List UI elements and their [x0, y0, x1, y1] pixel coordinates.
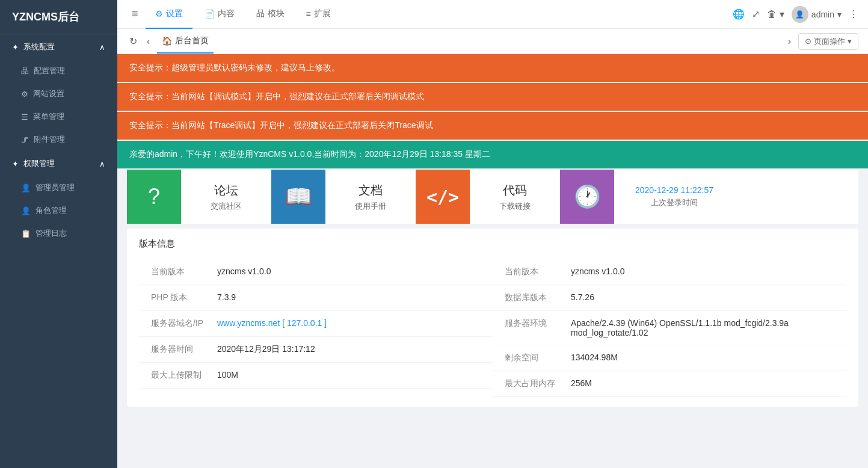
tab-modules[interactable]: 品 模块 [247, 0, 294, 29]
breadcrumb-bar: ↻ ‹ 🏠 后台首页 › ⊙ 页面操作 ▾ [117, 29, 868, 54]
version-label: 服务器域名/IP [139, 318, 217, 329]
version-value: 7.3.9 [217, 292, 236, 303]
version-value: Apache/2.4.39 (Win64) OpenSSL/1.1.1b mod… [571, 318, 846, 337]
sidebar-section-system-config[interactable]: ✦ 系统配置 ∧ [0, 34, 117, 60]
version-row: 服务器时间 2020年12月29日 13:17:12 [139, 337, 493, 363]
back-icon[interactable]: ‹ [144, 34, 152, 49]
top-nav-right: 🌐 ⤢ 🗑 ▾ 👤 admin ▾ ⋮ [733, 6, 858, 23]
quick-link-code-icon[interactable]: </> [416, 170, 470, 224]
version-label: 最大占用内存 [493, 378, 571, 389]
hamburger-icon[interactable]: ≡ [127, 5, 143, 23]
sidebar-item-label: 角色管理 [35, 205, 67, 216]
quick-link-docs-icon[interactable]: 📖 [271, 170, 325, 224]
admin-icon: 👤 [21, 183, 31, 192]
content-icon: 📄 [205, 9, 215, 19]
modules-icon: 品 [256, 8, 265, 19]
version-row: 服务器域名/IP www.yzncms.net [ 127.0.0.1 ] [139, 311, 493, 337]
settings-icon: ⚙ [155, 9, 163, 19]
version-value: 100M [217, 370, 238, 381]
version-label: PHP 版本 [139, 292, 217, 303]
version-row: 数据库版本 5.7.26 [493, 285, 846, 311]
sidebar-item-label: 菜单管理 [33, 111, 64, 122]
version-label: 服务器时间 [139, 344, 217, 355]
sidebar-item-role-mgmt[interactable]: 👤 角色管理 [0, 199, 117, 222]
user-icon: ✦ [12, 159, 19, 168]
code-label: 代码 [503, 182, 527, 199]
version-label: 服务器环境 [493, 318, 571, 337]
sidebar-section-permission[interactable]: ✦ 权限管理 ∧ [0, 151, 117, 176]
version-left-col: 当前版本 yzncms v1.0.0 PHP 版本 7.3.9 服务器域名/IP… [139, 259, 493, 397]
quick-link-code-text[interactable]: 代码 下载链接 [470, 170, 560, 224]
site-icon: ⚙ [21, 90, 28, 99]
version-row: 服务器环境 Apache/2.4.39 (Win64) OpenSSL/1.1.… [493, 311, 846, 345]
sidebar-item-config-mgmt[interactable]: 品 配置管理 [0, 60, 117, 82]
page-action-dropdown-icon: ▾ [848, 37, 852, 46]
chevron-up-icon: ∧ [99, 43, 105, 52]
breadcrumb-label: 后台首页 [175, 35, 209, 46]
refresh-icon[interactable]: ↻ [127, 33, 140, 49]
version-value: 256M [571, 378, 592, 389]
sidebar-item-admin-mgmt[interactable]: 👤 管理员管理 [0, 176, 117, 199]
main-area: ≡ ⚙ 设置 📄 内容 品 模块 ≡ 扩展 🌐 ⤢ 🗑 ▾ 👤 admin ▾ … [117, 0, 868, 468]
version-value: 2020年12月29日 13:17:12 [217, 344, 315, 355]
expand-icon[interactable]: ⤢ [752, 8, 760, 20]
delete-icon[interactable]: 🗑 ▾ [767, 8, 784, 20]
docs-label: 文档 [359, 182, 383, 199]
version-label: 当前版本 [139, 266, 217, 277]
sidebar-item-admin-log[interactable]: 📋 管理日志 [0, 222, 117, 245]
book-icon: 📖 [285, 184, 312, 209]
tab-settings-label: 设置 [166, 8, 183, 19]
sidebar-item-label: 网站设置 [33, 88, 64, 99]
breadcrumb-bar-right: › ⊙ 页面操作 ▾ [786, 33, 858, 50]
globe-icon[interactable]: 🌐 [733, 8, 745, 20]
sidebar-item-label: 管理员管理 [35, 182, 75, 193]
sidebar-item-menu-mgmt[interactable]: ☰ 菜单管理 [0, 105, 117, 128]
tab-modules-label: 模块 [268, 8, 285, 19]
version-label: 最大上传限制 [139, 370, 217, 381]
last-login-box: 2020-12-29 11:22:57 上次登录时间 [614, 170, 734, 224]
quick-link-forum-icon[interactable]: ? [127, 170, 181, 224]
quick-link-forum-text[interactable]: 论坛 交流社区 [181, 170, 271, 224]
clock-icon: 🕐 [574, 184, 601, 209]
content-area: 安全提示：超级管理员默认密码未修改，建议马上修改。 安全提示：当前网站【调试模式… [117, 54, 868, 468]
code-sublabel: 下载链接 [499, 201, 531, 212]
alert-banner-1: 安全提示：超级管理员默认密码未修改，建议马上修改。 [117, 54, 868, 82]
page-action-label: 页面操作 [814, 36, 845, 47]
sidebar-item-label: 附件管理 [34, 134, 65, 145]
sidebar: YZNCMS后台 ✦ 系统配置 ∧ 品 配置管理 ⚙ 网站设置 ☰ 菜单管理 🖇… [0, 0, 117, 468]
top-nav: ≡ ⚙ 设置 📄 内容 品 模块 ≡ 扩展 🌐 ⤢ 🗑 ▾ 👤 admin ▾ … [117, 0, 868, 29]
sidebar-section-label-system: 系统配置 [23, 42, 55, 52]
admin-button[interactable]: 👤 admin ▾ [792, 6, 842, 23]
version-value: yzncms v1.0.0 [571, 266, 624, 277]
version-row: 最大占用内存 256M [493, 371, 846, 397]
sidebar-item-site-settings[interactable]: ⚙ 网站设置 [0, 82, 117, 105]
page-action-button[interactable]: ⊙ 页面操作 ▾ [798, 33, 858, 50]
version-row: 当前版本 yzncms v1.0.0 [493, 259, 846, 285]
role-icon: 👤 [21, 206, 31, 215]
tab-settings[interactable]: ⚙ 设置 [146, 0, 192, 29]
welcome-banner: 亲爱的admin，下午好！欢迎使用YznCMS v1.0.0,当前时间为：202… [117, 141, 868, 168]
sidebar-item-label: 配置管理 [34, 66, 65, 76]
version-section-title: 版本信息 [139, 238, 846, 250]
docs-sublabel: 使用手册 [355, 201, 386, 212]
quick-link-clock-icon: 🕐 [560, 170, 614, 224]
sidebar-section-label-permission: 权限管理 [23, 158, 55, 169]
forward-icon[interactable]: › [786, 34, 793, 49]
alert-banner-3: 安全提示：当前网站【Trace调试】开启中，强烈建议在正式部署后关闭Trace调… [117, 112, 868, 140]
chevron-up-icon-2: ∧ [99, 159, 105, 168]
home-icon: 🏠 [162, 36, 172, 46]
extensions-icon: ≡ [306, 9, 311, 19]
dropdown-arrow-icon: ▾ [837, 10, 842, 19]
page-action-icon: ⊙ [805, 37, 811, 46]
more-icon[interactable]: ⋮ [849, 8, 858, 20]
tab-extensions[interactable]: ≡ 扩展 [297, 0, 340, 29]
sidebar-item-attach-mgmt[interactable]: 🖇 附件管理 [0, 128, 117, 151]
forum-sublabel: 交流社区 [211, 201, 242, 212]
version-label: 剩余空间 [493, 353, 571, 363]
version-row: PHP 版本 7.3.9 [139, 285, 493, 311]
tab-content[interactable]: 📄 内容 [195, 0, 244, 29]
quick-link-docs-text[interactable]: 文档 使用手册 [325, 170, 416, 224]
version-value-link[interactable]: www.yzncms.net [ 127.0.0.1 ] [217, 318, 327, 329]
avatar: 👤 [792, 6, 808, 23]
quick-links-wrapper: ? 论坛 交流社区 📖 文档 使用手册 </> 代码 下载链接 [127, 170, 858, 224]
